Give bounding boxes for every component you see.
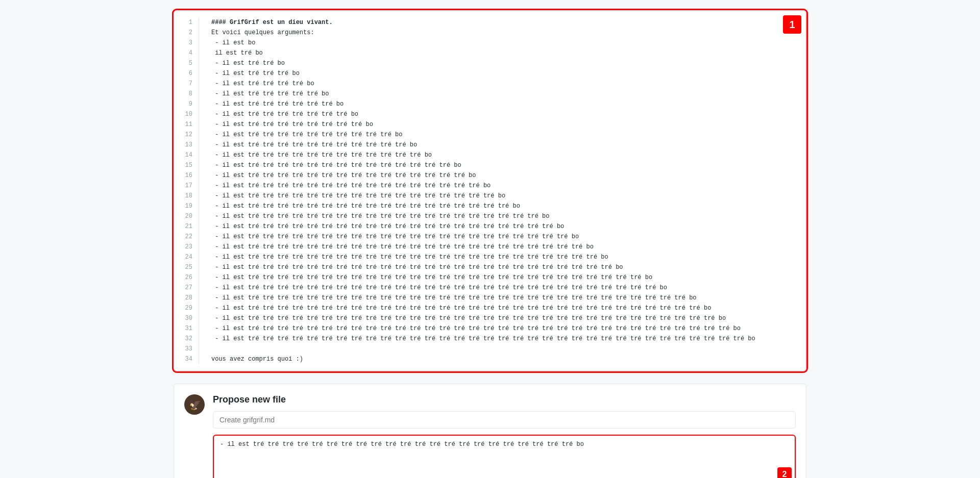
line-number: 4 xyxy=(181,48,192,58)
code-line: - il est tré tré tré tré tré tré bo xyxy=(211,99,799,109)
code-line: - il est tré tré tré tré tré tré tré tré… xyxy=(211,283,799,293)
line-number: 13 xyxy=(181,140,192,150)
code-line: - il est tré tré tré tré tré tré tré tré… xyxy=(211,303,799,313)
code-line: Et voici quelques arguments: xyxy=(211,28,799,38)
code-line: - il est tré tré tré tré tré tré tré tré… xyxy=(211,334,799,344)
annotation-badge-1: 1 xyxy=(783,15,801,34)
line-number: 18 xyxy=(181,191,192,201)
code-line: - il est tré tré tré tré tré tré tré tré… xyxy=(211,160,799,170)
line-number: 1 xyxy=(181,17,192,28)
code-line: - il est tré tré tré tré tré tré tré bo xyxy=(211,109,799,119)
code-line: vous avez compris quoi :) xyxy=(211,354,799,364)
code-line: il est tré bo xyxy=(211,48,799,58)
code-line: - il est tré tré tré tré tré tré tré tré… xyxy=(211,211,799,221)
code-line: - il est bo xyxy=(211,38,799,48)
avatar: 🦅 xyxy=(184,394,205,415)
line-number: 8 xyxy=(181,89,192,99)
line-number: 24 xyxy=(181,252,192,262)
code-line: #### GrifGrif est un dieu vivant. xyxy=(211,17,799,28)
propose-content: Propose new file 2 3 Propose new file Ca… xyxy=(213,394,796,478)
code-line: - il est tré tré tré tré tré tré tré tré… xyxy=(211,191,799,201)
annotation-badge-2: 2 xyxy=(777,467,792,478)
code-line: - il est tré tré tré tré tré tré tré tré… xyxy=(211,323,799,334)
code-line: - il est tré tré tré tré tré tré tré tré… xyxy=(211,119,799,130)
line-number: 31 xyxy=(181,323,192,334)
line-number: 6 xyxy=(181,68,192,79)
line-number: 5 xyxy=(181,58,192,68)
code-editor: 1234567891011121314151617181920212223242… xyxy=(175,11,805,370)
code-line: - il est tré tré tré tré tré bo xyxy=(211,89,799,99)
filename-input[interactable] xyxy=(213,411,796,429)
line-number: 21 xyxy=(181,221,192,232)
line-number: 28 xyxy=(181,293,192,303)
line-number: 12 xyxy=(181,130,192,140)
code-content: #### GrifGrif est un dieu vivant.Et voic… xyxy=(205,17,805,364)
line-number: 25 xyxy=(181,262,192,272)
code-line: - il est tré tré tré tré tré tré tré tré… xyxy=(211,140,799,150)
line-number: 11 xyxy=(181,119,192,130)
code-line: - il est tré tré tré tré tré tré tré tré… xyxy=(211,181,799,191)
line-number: 17 xyxy=(181,181,192,191)
page-container: 1 12345678910111213141516171819202122232… xyxy=(163,0,817,478)
code-line: - il est tré tré tré tré tré tré tré tré… xyxy=(211,221,799,232)
line-number: 29 xyxy=(181,303,192,313)
line-number: 9 xyxy=(181,99,192,109)
code-line: - il est tré tré tré tré tré tré tré tré… xyxy=(211,252,799,262)
code-line: - il est tré tré tré tré tré tré tré tré… xyxy=(211,293,799,303)
line-number: 23 xyxy=(181,242,192,252)
line-number: 20 xyxy=(181,211,192,221)
line-number: 10 xyxy=(181,109,192,119)
code-editor-wrapper: 1 12345678910111213141516171819202122232… xyxy=(174,10,806,371)
line-number: 7 xyxy=(181,79,192,89)
line-number: 26 xyxy=(181,272,192,283)
code-line: - il est tré tré tré tré tré tré tré tré… xyxy=(211,150,799,160)
code-line: - il est tré tré tré tré tré tré tré tré… xyxy=(211,170,799,181)
code-line: - il est tré tré tré tré tré tré tré tré… xyxy=(211,232,799,242)
line-number: 27 xyxy=(181,283,192,293)
code-line: - il est tré tré tré tré tré tré tré tré… xyxy=(211,242,799,252)
line-number: 16 xyxy=(181,170,192,181)
avatar-emoji: 🦅 xyxy=(188,398,201,411)
code-line: - il est tré tré tré tré tré tré tré tré… xyxy=(211,272,799,283)
line-number: 30 xyxy=(181,313,192,323)
propose-title: Propose new file xyxy=(213,394,796,405)
line-number: 22 xyxy=(181,232,192,242)
code-line: - il est tré tré tré tré tré tré tré tré… xyxy=(211,313,799,323)
line-number: 14 xyxy=(181,150,192,160)
code-line xyxy=(211,344,799,354)
line-number: 32 xyxy=(181,334,192,344)
textarea-wrapper: 2 xyxy=(213,435,796,478)
code-line: - il est tré tré tré tré bo xyxy=(211,79,799,89)
line-number: 33 xyxy=(181,344,192,354)
propose-section: 🦅 Propose new file 2 3 Propose new file … xyxy=(174,384,806,478)
code-line: - il est tré tré tré bo xyxy=(211,68,799,79)
code-line: - il est tré tré tré tré tré tré tré tré… xyxy=(211,130,799,140)
line-number: 2 xyxy=(181,28,192,38)
code-line: - il est tré tré tré tré tré tré tré tré… xyxy=(211,201,799,211)
line-number: 34 xyxy=(181,354,192,364)
line-number: 19 xyxy=(181,201,192,211)
line-number: 3 xyxy=(181,38,192,48)
line-numbers: 1234567891011121314151617181920212223242… xyxy=(175,17,199,364)
code-line: - il est tré tré bo xyxy=(211,58,799,68)
code-line: - il est tré tré tré tré tré tré tré tré… xyxy=(211,262,799,272)
propose-textarea[interactable] xyxy=(213,435,796,478)
line-number: 15 xyxy=(181,160,192,170)
